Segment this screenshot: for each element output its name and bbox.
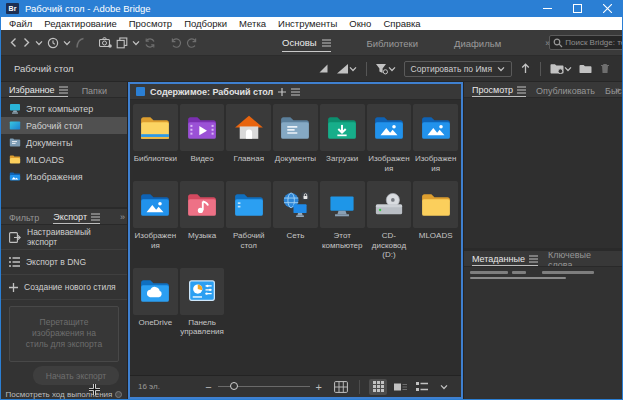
panel-tab[interactable]: Просмотр bbox=[472, 83, 526, 97]
recent-files-button[interactable] bbox=[47, 35, 59, 50]
list-view-button[interactable] bbox=[413, 379, 431, 395]
undo-button[interactable] bbox=[170, 35, 182, 50]
content-item[interactable]: Библиотеки bbox=[133, 104, 178, 173]
content-item[interactable]: Главная bbox=[226, 104, 271, 173]
desktop-folder-icon bbox=[232, 188, 266, 222]
slider-thumb[interactable] bbox=[230, 382, 238, 390]
favorite-label: Документы bbox=[26, 138, 72, 148]
detail-view-button[interactable] bbox=[391, 379, 409, 395]
thumbnail-view-button[interactable] bbox=[369, 379, 387, 395]
workspace-tab[interactable]: Диафильм bbox=[454, 34, 501, 52]
search-input[interactable] bbox=[565, 38, 623, 47]
panel-tab[interactable]: Папки bbox=[82, 84, 107, 96]
export-preset[interactable]: Создание нового стиля bbox=[1, 275, 127, 300]
content-item[interactable]: Видео bbox=[180, 104, 225, 173]
menu-item[interactable]: Подборки bbox=[178, 18, 233, 29]
menu-item[interactable]: Инструменты bbox=[272, 18, 343, 29]
open-recent-dropdown[interactable] bbox=[548, 61, 574, 76]
grid-lock-button[interactable] bbox=[332, 379, 350, 395]
content-item[interactable]: OneDrive bbox=[133, 268, 178, 337]
back-button[interactable] bbox=[9, 35, 18, 50]
panel-tab[interactable]: Ключевые слова bbox=[548, 251, 608, 267]
favorite-item[interactable]: Этот компьютер bbox=[1, 100, 127, 117]
menu-item[interactable]: Редактирование bbox=[38, 18, 122, 29]
close-button[interactable] bbox=[592, 0, 622, 17]
export-dropzone[interactable]: Перетащите изображения на стиль для эксп… bbox=[9, 306, 119, 362]
pictures-sm-icon bbox=[9, 171, 21, 182]
more-tabs-icon[interactable]: » bbox=[615, 85, 619, 95]
workspace-tab[interactable]: Основы bbox=[282, 33, 331, 52]
content-item[interactable]: Изображения bbox=[413, 104, 458, 173]
sort-dropdown[interactable]: Сортировать по Имя bbox=[404, 61, 512, 77]
chevron-down-icon bbox=[35, 40, 43, 46]
add-tab-icon[interactable] bbox=[278, 88, 286, 96]
panel-tab[interactable]: Избранное bbox=[9, 83, 68, 97]
panel-tab[interactable]: Фильтр bbox=[9, 211, 39, 223]
metadata-panel bbox=[464, 267, 622, 399]
menu-item[interactable]: Окно bbox=[343, 18, 377, 29]
view-options-dropdown[interactable] bbox=[435, 379, 453, 395]
zoom-in-button[interactable]: + bbox=[316, 381, 322, 393]
pictures-folder-icon bbox=[419, 111, 453, 145]
content-item[interactable]: Музыка bbox=[180, 181, 225, 260]
content-item-label: Изображения bbox=[413, 154, 458, 173]
content-item[interactable]: Изображения bbox=[133, 181, 178, 260]
content-item[interactable]: Рабочий стол bbox=[226, 181, 271, 260]
export-preset[interactable]: Настраиваемый экспорт bbox=[1, 225, 127, 250]
panel-tab[interactable]: Опубликовать bbox=[536, 84, 595, 96]
export-preset[interactable]: Экспорт в DNG bbox=[1, 250, 127, 275]
boomerang-button[interactable] bbox=[75, 35, 85, 50]
start-export-button[interactable]: Начать экспорт bbox=[33, 366, 119, 385]
menu-bar: ФайлРедактированиеПросмотрПодборкиМеткаИ… bbox=[1, 17, 622, 30]
content-item[interactable]: Сеть bbox=[273, 181, 318, 260]
content-item[interactable]: MLOADS bbox=[413, 181, 458, 260]
menu-item[interactable]: Справка bbox=[377, 18, 426, 29]
redo-button[interactable] bbox=[186, 35, 198, 50]
panel-tab[interactable]: Быстр bbox=[605, 84, 622, 96]
view-progress-link[interactable]: Посмотреть ход выполнения bbox=[1, 390, 127, 399]
maximize-button[interactable] bbox=[562, 0, 592, 17]
favorite-item[interactable]: MLOADS bbox=[1, 151, 127, 168]
search-box[interactable] bbox=[549, 35, 623, 50]
zoom-out-button[interactable]: − bbox=[205, 381, 211, 393]
pictures-folder-icon bbox=[138, 188, 172, 222]
panel-menu-icon[interactable] bbox=[291, 88, 300, 96]
breadcrumb[interactable]: Рабочий стол bbox=[9, 63, 74, 74]
slider-track[interactable] bbox=[218, 386, 310, 387]
music-folder-icon bbox=[185, 188, 219, 222]
sync-button[interactable] bbox=[144, 35, 156, 50]
workspace-tab[interactable]: Библиотеки bbox=[367, 34, 418, 52]
content-item[interactable]: Документы bbox=[273, 104, 318, 173]
favorite-item[interactable]: Изображения bbox=[1, 168, 127, 185]
chevron-down-icon bbox=[440, 384, 448, 390]
menu-item[interactable]: Файл bbox=[3, 18, 38, 29]
content-item[interactable]: Изображения bbox=[367, 104, 412, 173]
more-tabs-icon[interactable]: » bbox=[120, 212, 124, 222]
recent-dropdown[interactable] bbox=[63, 35, 71, 50]
menu-item[interactable]: Метка bbox=[233, 18, 272, 29]
sort-ascending-button[interactable] bbox=[518, 61, 533, 76]
thumbnail-quality-button[interactable] bbox=[316, 61, 331, 76]
thumbnail-quality-dropdown[interactable] bbox=[335, 61, 359, 76]
favorite-item[interactable]: Документы bbox=[1, 134, 127, 151]
nav-dropdown-button[interactable] bbox=[35, 35, 43, 50]
panel-tab[interactable]: Метаданные bbox=[472, 252, 538, 266]
panel-tab[interactable]: Экспорт bbox=[53, 210, 100, 224]
delete-button[interactable] bbox=[597, 61, 612, 76]
get-photos-button[interactable] bbox=[99, 35, 112, 50]
content-item[interactable]: Этот компьютер bbox=[320, 181, 365, 260]
content-item[interactable]: CD-дисковод (D:) bbox=[367, 181, 412, 260]
copy-stack-button[interactable] bbox=[116, 35, 128, 50]
filter-dropdown[interactable] bbox=[374, 61, 398, 76]
new-folder-button[interactable] bbox=[578, 61, 593, 76]
title-bar: Br Рабочий стол - Adobe Bridge bbox=[1, 0, 622, 17]
content-item[interactable]: Загрузки bbox=[320, 104, 365, 173]
sort-label: Сортировать по Имя bbox=[411, 64, 492, 74]
content-item[interactable]: Панель управления bbox=[180, 268, 225, 337]
copy-dropdown[interactable] bbox=[132, 35, 140, 50]
forward-button[interactable] bbox=[22, 35, 31, 50]
favorite-item[interactable]: Рабочий стол bbox=[1, 117, 127, 134]
minimize-button[interactable] bbox=[532, 0, 562, 17]
export-preset-label: Экспорт в DNG bbox=[26, 257, 86, 267]
menu-item[interactable]: Просмотр bbox=[123, 18, 178, 29]
